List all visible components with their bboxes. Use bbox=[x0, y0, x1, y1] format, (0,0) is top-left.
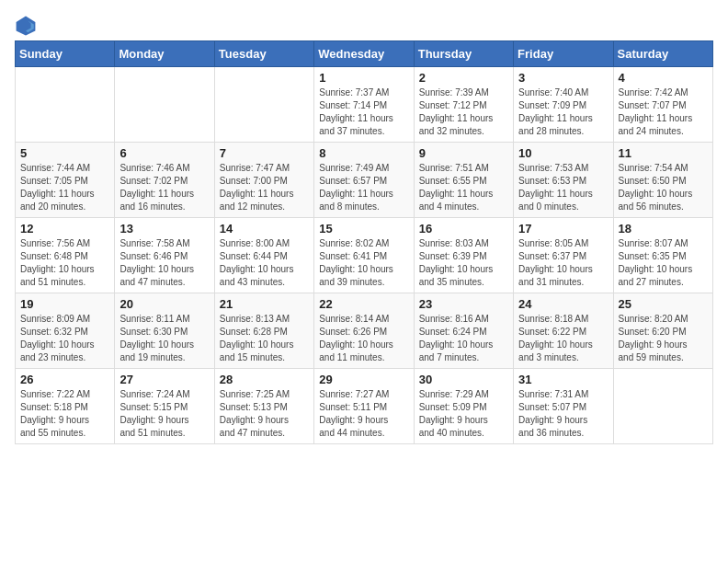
day-info: Sunrise: 7:25 AM Sunset: 5:13 PM Dayligh… bbox=[220, 388, 309, 440]
day-number: 6 bbox=[119, 146, 209, 160]
calendar-cell: 17Sunrise: 8:05 AM Sunset: 6:37 PM Dayli… bbox=[514, 218, 613, 293]
day-number: 28 bbox=[220, 373, 309, 386]
day-number: 3 bbox=[518, 71, 608, 85]
calendar-cell: 9Sunrise: 7:51 AM Sunset: 6:55 PM Daylig… bbox=[414, 143, 513, 218]
calendar-cell: 13Sunrise: 7:58 AM Sunset: 6:46 PM Dayli… bbox=[115, 218, 214, 293]
day-info: Sunrise: 8:18 AM Sunset: 6:22 PM Dayligh… bbox=[518, 313, 608, 364]
calendar-cell: 10Sunrise: 7:53 AM Sunset: 6:53 PM Dayli… bbox=[514, 143, 613, 218]
weekday-header-thursday: Thursday bbox=[414, 41, 513, 67]
calendar-cell: 5Sunrise: 7:44 AM Sunset: 7:05 PM Daylig… bbox=[16, 143, 115, 218]
day-number: 23 bbox=[419, 297, 508, 311]
calendar-week-4: 19Sunrise: 8:09 AM Sunset: 6:32 PM Dayli… bbox=[16, 293, 713, 369]
weekday-header-wednesday: Wednesday bbox=[314, 41, 414, 67]
day-info: Sunrise: 8:05 AM Sunset: 6:37 PM Dayligh… bbox=[518, 237, 608, 289]
weekday-header-monday: Monday bbox=[115, 41, 214, 67]
calendar-cell bbox=[16, 67, 115, 143]
day-number: 10 bbox=[518, 146, 608, 160]
day-info: Sunrise: 7:29 AM Sunset: 5:09 PM Dayligh… bbox=[419, 388, 508, 440]
day-number: 16 bbox=[419, 222, 508, 236]
weekday-header-sunday: Sunday bbox=[16, 41, 115, 67]
day-number: 1 bbox=[319, 71, 408, 85]
calendar-cell: 20Sunrise: 8:11 AM Sunset: 6:30 PM Dayli… bbox=[115, 293, 214, 369]
day-number: 26 bbox=[20, 373, 109, 386]
calendar-cell: 16Sunrise: 8:03 AM Sunset: 6:39 PM Dayli… bbox=[414, 218, 513, 293]
day-info: Sunrise: 7:47 AM Sunset: 7:00 PM Dayligh… bbox=[220, 162, 309, 213]
calendar-cell bbox=[115, 67, 214, 143]
calendar-cell: 19Sunrise: 8:09 AM Sunset: 6:32 PM Dayli… bbox=[16, 293, 115, 369]
day-number: 20 bbox=[119, 297, 209, 311]
day-number: 27 bbox=[119, 373, 209, 386]
day-number: 21 bbox=[220, 297, 309, 311]
calendar-cell: 2Sunrise: 7:39 AM Sunset: 7:12 PM Daylig… bbox=[414, 67, 513, 143]
calendar-cell: 8Sunrise: 7:49 AM Sunset: 6:57 PM Daylig… bbox=[314, 143, 414, 218]
calendar-body: 1Sunrise: 7:37 AM Sunset: 7:14 PM Daylig… bbox=[16, 67, 713, 444]
calendar-table: SundayMondayTuesdayWednesdayThursdayFrid… bbox=[15, 40, 713, 444]
day-info: Sunrise: 7:31 AM Sunset: 5:07 PM Dayligh… bbox=[518, 388, 608, 440]
day-info: Sunrise: 7:54 AM Sunset: 6:50 PM Dayligh… bbox=[619, 162, 708, 213]
calendar-cell: 14Sunrise: 8:00 AM Sunset: 6:44 PM Dayli… bbox=[214, 218, 313, 293]
calendar-cell: 31Sunrise: 7:31 AM Sunset: 5:07 PM Dayli… bbox=[514, 369, 613, 444]
day-info: Sunrise: 7:22 AM Sunset: 5:18 PM Dayligh… bbox=[20, 388, 109, 440]
day-number: 19 bbox=[20, 297, 109, 311]
day-info: Sunrise: 7:39 AM Sunset: 7:12 PM Dayligh… bbox=[419, 86, 508, 138]
calendar-cell: 30Sunrise: 7:29 AM Sunset: 5:09 PM Dayli… bbox=[414, 369, 513, 444]
day-info: Sunrise: 8:16 AM Sunset: 6:24 PM Dayligh… bbox=[419, 313, 508, 364]
page-header bbox=[15, 15, 713, 37]
calendar-cell: 6Sunrise: 7:46 AM Sunset: 7:02 PM Daylig… bbox=[115, 143, 214, 218]
calendar-cell bbox=[214, 67, 313, 143]
day-number: 12 bbox=[20, 222, 109, 236]
calendar-cell: 28Sunrise: 7:25 AM Sunset: 5:13 PM Dayli… bbox=[214, 369, 313, 444]
calendar-week-1: 1Sunrise: 7:37 AM Sunset: 7:14 PM Daylig… bbox=[16, 67, 713, 143]
calendar-cell: 26Sunrise: 7:22 AM Sunset: 5:18 PM Dayli… bbox=[16, 369, 115, 444]
day-info: Sunrise: 8:07 AM Sunset: 6:35 PM Dayligh… bbox=[619, 237, 708, 289]
day-number: 14 bbox=[220, 222, 309, 236]
day-number: 31 bbox=[518, 373, 608, 386]
calendar-cell: 7Sunrise: 7:47 AM Sunset: 7:00 PM Daylig… bbox=[214, 143, 313, 218]
calendar-cell: 27Sunrise: 7:24 AM Sunset: 5:15 PM Dayli… bbox=[115, 369, 214, 444]
day-info: Sunrise: 7:53 AM Sunset: 6:53 PM Dayligh… bbox=[518, 162, 608, 213]
day-number: 13 bbox=[119, 222, 209, 236]
calendar-week-5: 26Sunrise: 7:22 AM Sunset: 5:18 PM Dayli… bbox=[16, 369, 713, 444]
calendar-cell: 1Sunrise: 7:37 AM Sunset: 7:14 PM Daylig… bbox=[314, 67, 414, 143]
day-info: Sunrise: 7:44 AM Sunset: 7:05 PM Dayligh… bbox=[20, 162, 109, 213]
day-info: Sunrise: 7:49 AM Sunset: 6:57 PM Dayligh… bbox=[319, 162, 408, 213]
calendar-cell: 21Sunrise: 8:13 AM Sunset: 6:28 PM Dayli… bbox=[214, 293, 313, 369]
day-number: 30 bbox=[419, 373, 508, 386]
day-info: Sunrise: 7:46 AM Sunset: 7:02 PM Dayligh… bbox=[119, 162, 209, 213]
calendar-cell: 22Sunrise: 8:14 AM Sunset: 6:26 PM Dayli… bbox=[314, 293, 414, 369]
day-number: 24 bbox=[518, 297, 608, 311]
day-number: 22 bbox=[319, 297, 408, 311]
day-info: Sunrise: 7:51 AM Sunset: 6:55 PM Dayligh… bbox=[419, 162, 508, 213]
day-info: Sunrise: 8:13 AM Sunset: 6:28 PM Dayligh… bbox=[220, 313, 309, 364]
calendar-cell: 11Sunrise: 7:54 AM Sunset: 6:50 PM Dayli… bbox=[613, 143, 712, 218]
calendar-cell: 15Sunrise: 8:02 AM Sunset: 6:41 PM Dayli… bbox=[314, 218, 414, 293]
day-number: 4 bbox=[619, 71, 708, 85]
day-number: 25 bbox=[619, 297, 708, 311]
day-info: Sunrise: 7:42 AM Sunset: 7:07 PM Dayligh… bbox=[619, 86, 708, 138]
day-info: Sunrise: 7:40 AM Sunset: 7:09 PM Dayligh… bbox=[518, 86, 608, 138]
calendar-cell: 25Sunrise: 8:20 AM Sunset: 6:20 PM Dayli… bbox=[613, 293, 712, 369]
calendar-week-2: 5Sunrise: 7:44 AM Sunset: 7:05 PM Daylig… bbox=[16, 143, 713, 218]
day-info: Sunrise: 8:09 AM Sunset: 6:32 PM Dayligh… bbox=[20, 313, 109, 364]
day-info: Sunrise: 8:03 AM Sunset: 6:39 PM Dayligh… bbox=[419, 237, 508, 289]
calendar-cell: 24Sunrise: 8:18 AM Sunset: 6:22 PM Dayli… bbox=[514, 293, 613, 369]
day-info: Sunrise: 7:58 AM Sunset: 6:46 PM Dayligh… bbox=[119, 237, 209, 289]
calendar-week-3: 12Sunrise: 7:56 AM Sunset: 6:48 PM Dayli… bbox=[16, 218, 713, 293]
calendar-cell: 3Sunrise: 7:40 AM Sunset: 7:09 PM Daylig… bbox=[514, 67, 613, 143]
day-info: Sunrise: 8:00 AM Sunset: 6:44 PM Dayligh… bbox=[220, 237, 309, 289]
weekday-header-friday: Friday bbox=[514, 41, 613, 67]
day-info: Sunrise: 8:02 AM Sunset: 6:41 PM Dayligh… bbox=[319, 237, 408, 289]
calendar-cell: 29Sunrise: 7:27 AM Sunset: 5:11 PM Dayli… bbox=[314, 369, 414, 444]
day-info: Sunrise: 8:14 AM Sunset: 6:26 PM Dayligh… bbox=[319, 313, 408, 364]
day-number: 29 bbox=[319, 373, 408, 386]
day-number: 7 bbox=[220, 146, 309, 160]
calendar-cell bbox=[613, 369, 712, 444]
weekday-header-row: SundayMondayTuesdayWednesdayThursdayFrid… bbox=[16, 41, 713, 67]
logo-icon bbox=[15, 15, 37, 37]
calendar-cell: 4Sunrise: 7:42 AM Sunset: 7:07 PM Daylig… bbox=[613, 67, 712, 143]
day-number: 18 bbox=[619, 222, 708, 236]
logo bbox=[15, 15, 39, 37]
day-number: 2 bbox=[419, 71, 508, 85]
day-number: 15 bbox=[319, 222, 408, 236]
day-number: 17 bbox=[518, 222, 608, 236]
